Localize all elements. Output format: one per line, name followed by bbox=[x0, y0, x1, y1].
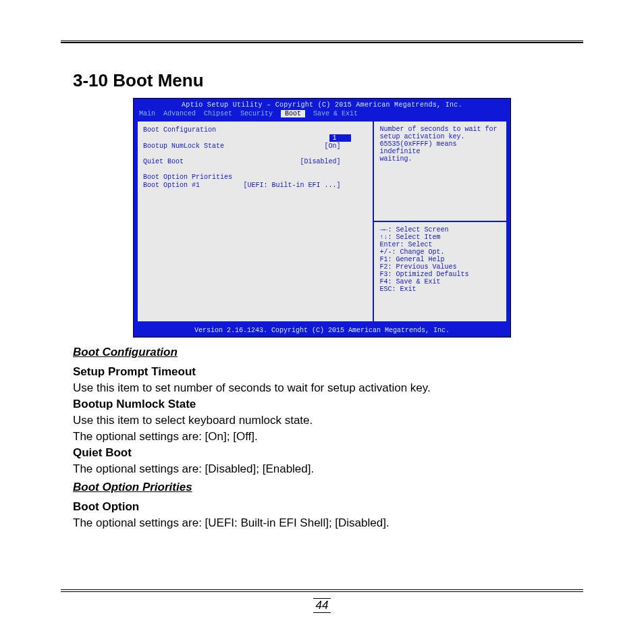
tab-chipset[interactable]: Chipset bbox=[204, 110, 232, 117]
help-line: waiting. bbox=[379, 155, 501, 163]
numlock-value: [On] bbox=[324, 142, 367, 150]
bios-help-text: Number of seconds to wait for setup acti… bbox=[374, 122, 506, 222]
section-boot-option-priorities: Boot Option Priorities bbox=[73, 481, 583, 494]
key-hint: F1: General Help bbox=[379, 256, 501, 263]
tab-advanced[interactable]: Advanced bbox=[163, 110, 196, 117]
row-numlock-state[interactable]: Bootup NumLock State [On] bbox=[143, 142, 367, 150]
key-hint: ESC: Exit bbox=[379, 286, 501, 293]
setup-prompt-label: Setup Prompt Timeout bbox=[143, 134, 224, 142]
help-line: setup activation key. bbox=[379, 133, 501, 140]
tab-main[interactable]: Main bbox=[139, 110, 155, 117]
key-hint: F2: Previous Values bbox=[379, 263, 501, 271]
key-hint: F3: Optimized Defaults bbox=[379, 271, 501, 278]
bios-right-pane: Number of seconds to wait for setup acti… bbox=[374, 122, 506, 321]
bios-left-pane: Boot Configuration Setup Prompt Timeout … bbox=[138, 122, 374, 321]
item-text: The optional settings are: [On]; [Off]. bbox=[73, 429, 583, 444]
tab-boot[interactable]: Boot bbox=[281, 110, 305, 117]
bios-title: Aptio Setup Utility – Copyright (C) 2015… bbox=[134, 99, 510, 109]
tab-save-exit[interactable]: Save & Exit bbox=[313, 110, 358, 117]
item-text: The optional settings are: [UEFI: Built-… bbox=[73, 516, 583, 531]
key-hint: F4: Save & Exit bbox=[379, 278, 501, 286]
item-text: Use this item to select keyboard numlock… bbox=[73, 413, 583, 428]
bios-body: Boot Configuration Setup Prompt Timeout … bbox=[136, 120, 508, 323]
bios-key-legend: →←: Select Screen ↑↓: Select Item Enter:… bbox=[374, 222, 506, 321]
quiet-boot-value: [Disabled] bbox=[300, 158, 367, 165]
item-text: Use this item to set number of seconds t… bbox=[73, 381, 583, 396]
help-line: Number of seconds to wait for bbox=[379, 126, 501, 133]
bios-screenshot: Aptio Setup Utility – Copyright (C) 2015… bbox=[133, 98, 511, 338]
tab-security[interactable]: Security bbox=[240, 110, 273, 117]
section-boot-configuration: Boot Configuration bbox=[73, 346, 583, 359]
key-hint: +/-: Change Opt. bbox=[379, 248, 501, 256]
setup-prompt-value: 1 bbox=[329, 134, 351, 142]
row-setup-prompt-timeout[interactable]: Setup Prompt Timeout 1 bbox=[143, 134, 367, 142]
row-boot-option-1[interactable]: Boot Option #1 [UEFI: Built-in EFI ...] bbox=[143, 182, 367, 189]
group-boot-priorities: Boot Option Priorities bbox=[143, 173, 232, 181]
item-title: Boot Option bbox=[73, 500, 583, 514]
heading: 3-10 Boot Menu bbox=[73, 70, 583, 91]
item-title: Quiet Boot bbox=[73, 446, 583, 460]
page-number: 44 bbox=[0, 598, 644, 613]
help-line: 65535(0xFFFF) means indefinite bbox=[379, 140, 501, 155]
top-rule bbox=[61, 41, 583, 43]
group-boot-config: Boot Configuration bbox=[143, 126, 216, 134]
quiet-boot-label: Quiet Boot bbox=[143, 158, 184, 165]
item-title: Bootup Numlock State bbox=[73, 397, 583, 412]
bios-footer: Version 2.16.1243. Copyright (C) 2015 Am… bbox=[134, 325, 510, 337]
key-hint: ↑↓: Select Item bbox=[379, 234, 501, 241]
boot-option-1-value: [UEFI: Built-in EFI ...] bbox=[243, 182, 367, 189]
page: 3-10 Boot Menu Aptio Setup Utility – Cop… bbox=[0, 0, 644, 644]
footer-rule bbox=[61, 589, 583, 590]
item-title: Setup Prompt Timeout bbox=[73, 365, 583, 379]
boot-option-1-label: Boot Option #1 bbox=[143, 182, 200, 189]
row-quiet-boot[interactable]: Quiet Boot [Disabled] bbox=[143, 158, 367, 165]
key-hint: Enter: Select bbox=[379, 241, 501, 248]
key-hint: →←: Select Screen bbox=[379, 226, 501, 234]
item-text: The optional settings are: [Disabled]; [… bbox=[73, 462, 583, 477]
footer-rule bbox=[61, 591, 583, 592]
bios-tab-bar: Main Advanced Chipset Security Boot Save… bbox=[134, 109, 510, 120]
numlock-label: Bootup NumLock State bbox=[143, 142, 224, 150]
